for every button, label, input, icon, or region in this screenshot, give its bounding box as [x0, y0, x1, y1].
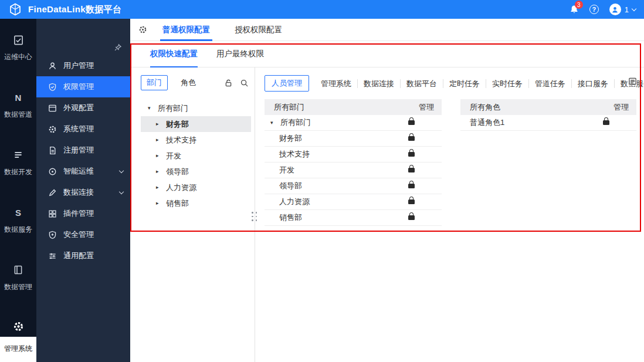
table-row[interactable]: 财务部	[265, 131, 442, 147]
pin-icon[interactable]	[114, 43, 122, 52]
tab-pipeline-tasks[interactable]: 管道任务	[529, 79, 572, 88]
user-name: 1	[625, 5, 629, 14]
sidebar-item-registration-management[interactable]: 注册管理	[36, 140, 130, 161]
department-tree: ▾ 所有部门 ▸ 财务部 ▸ 技术支持 ▸ 开发	[141, 100, 251, 211]
appearance-icon	[48, 104, 57, 113]
tab-user-final-permission[interactable]: 用户最终权限	[216, 41, 264, 67]
rail-item-data-service[interactable]: S 数据服务	[0, 207, 36, 235]
topbar-right: 3 ? 1	[570, 4, 636, 15]
lock-icon[interactable]	[408, 184, 415, 188]
drag-handle-icon[interactable]	[252, 212, 257, 222]
table-row[interactable]: 领导部	[265, 178, 442, 194]
sidebar-item-label: 安全管理	[63, 229, 94, 240]
tab-personnel-management[interactable]: 人员管理	[265, 75, 309, 92]
sidebar-item-plugin-management[interactable]: 插件管理	[36, 203, 130, 224]
sidebar-item-security-management[interactable]: 安全管理	[36, 224, 130, 245]
tree-node[interactable]: ▸ 开发	[141, 148, 251, 164]
tab-data-platform[interactable]: 数据平台	[401, 79, 443, 88]
pen-icon	[48, 188, 57, 197]
chevron-down-icon	[119, 190, 124, 194]
sidebar-item-permission-management[interactable]: 权限管理	[36, 76, 130, 97]
tree-node-root[interactable]: ▾ 所有部门	[141, 100, 251, 116]
tab-scheduled-tasks[interactable]: 定时任务	[443, 79, 486, 88]
table-row[interactable]: ▾ 所有部门	[265, 115, 442, 131]
table-row[interactable]: 销售部	[265, 210, 442, 226]
lock-icon[interactable]	[408, 136, 415, 141]
tree-tool-icons	[224, 79, 251, 87]
lock-icon[interactable]	[408, 215, 415, 220]
table-row[interactable]: 技术支持	[265, 147, 442, 163]
plugin-icon	[48, 209, 57, 218]
table-header-name: 所有角色	[470, 102, 500, 113]
rail-item-admin-system[interactable]: 管理系统	[0, 320, 36, 362]
tab-authorized-permission-config[interactable]: 授权权限配置	[233, 19, 283, 41]
lock-icon[interactable]	[408, 168, 415, 172]
sidebar-item-label: 智能运维	[63, 166, 94, 177]
admin-sidebar: 用户管理 权限管理 外观配置	[36, 19, 130, 362]
lock-icon[interactable]	[408, 152, 415, 157]
resource-tab-bar: 人员管理 管理系统 数据连接 数据平台 定时任务 实时任务 管道任务 接口服务 …	[265, 75, 637, 92]
tab-permission-quick-config[interactable]: 权限快速配置	[150, 41, 198, 67]
rail-item-data-pipeline[interactable]: N 数据管道	[0, 92, 36, 120]
table-header-manage: 管理	[419, 102, 434, 113]
sidebar-item-appearance-config[interactable]: 外观配置	[36, 97, 130, 119]
unlock-icon[interactable]	[224, 79, 233, 87]
sidebar-item-label: 插件管理	[63, 208, 94, 219]
user-icon	[48, 62, 57, 70]
help-icon[interactable]: ?	[589, 5, 599, 14]
chevron-down-icon	[632, 6, 636, 11]
chevron-down-icon	[119, 168, 124, 173]
tab-data-connection[interactable]: 数据连接	[358, 79, 401, 88]
tree-node[interactable]: ▸ 技术支持	[141, 132, 251, 148]
role-toggle-button[interactable]: 角色	[181, 77, 196, 88]
lock-icon[interactable]	[408, 199, 415, 204]
search-icon[interactable]	[240, 79, 249, 87]
target-icon	[48, 167, 57, 176]
tab-api-service[interactable]: 接口服务	[572, 79, 615, 88]
rail-item-data-management[interactable]: 数据管理	[0, 264, 36, 292]
tree-node[interactable]: ▸ 领导部	[141, 164, 251, 180]
lock-icon[interactable]	[408, 120, 415, 125]
ops-center-icon	[13, 34, 24, 46]
data-dev-icon	[13, 149, 23, 161]
permission-detail-panel: 人员管理 管理系统 数据连接 数据平台 定时任务 实时任务 管道任务 接口服务 …	[255, 67, 644, 362]
avatar-icon	[609, 4, 621, 15]
dept-toggle-button[interactable]: 部门	[141, 75, 168, 90]
config-panes: 部门 角色	[130, 67, 644, 362]
sidebar-item-general-config[interactable]: 通用配置	[36, 245, 130, 266]
sidebar-item-intelligent-ops[interactable]: 智能运维	[36, 161, 130, 182]
table-row[interactable]: 开发	[265, 163, 442, 178]
user-menu[interactable]: 1	[609, 4, 636, 15]
tab-normal-permission-config[interactable]: 普通权限配置	[161, 19, 211, 41]
rail-item-data-dev[interactable]: 数据开发	[0, 149, 36, 177]
sidebar-item-label: 权限管理	[63, 82, 94, 92]
lock-icon[interactable]	[603, 120, 609, 125]
settings-gear-icon[interactable]	[138, 25, 147, 34]
table-row[interactable]: 普通角色1	[460, 115, 636, 131]
tree-node[interactable]: ▸ 人力资源	[141, 180, 251, 195]
expand-icon: ▾	[148, 106, 154, 111]
table-row[interactable]: 人力资源	[265, 194, 442, 210]
tree-node[interactable]: ▸ 销售部	[141, 195, 251, 211]
tab-management-system[interactable]: 管理系统	[315, 79, 358, 88]
gear-icon	[13, 320, 24, 332]
tab-overflow-icon[interactable]	[628, 77, 637, 86]
sidebar-item-system-management[interactable]: 系统管理	[36, 119, 130, 140]
panel-splitter[interactable]	[255, 67, 255, 362]
notification-bell-icon[interactable]: 3	[570, 5, 579, 14]
inner-tab-bar: 权限快速配置 用户最终权限	[130, 41, 644, 67]
tab-realtime-tasks[interactable]: 实时任务	[486, 79, 529, 88]
rail-item-ops-center[interactable]: 运维中心	[0, 34, 36, 62]
module-tab-bar: 普通权限配置 授权权限配置	[130, 19, 644, 41]
tree-node[interactable]: ▸ 财务部	[141, 116, 251, 132]
app-logo-cube-icon	[8, 2, 22, 16]
shield-plus-icon	[48, 231, 57, 239]
sidebar-item-label: 数据连接	[63, 187, 94, 198]
table-header-manage: 管理	[614, 102, 629, 113]
notification-badge: 3	[575, 1, 583, 9]
tree-controls: 部门 角色	[141, 75, 251, 90]
sidebar-item-user-management[interactable]: 用户管理	[36, 55, 130, 76]
shield-check-icon	[48, 83, 57, 92]
sidebar-item-data-connection[interactable]: 数据连接	[36, 182, 130, 203]
sidebar-item-label: 系统管理	[63, 124, 94, 134]
